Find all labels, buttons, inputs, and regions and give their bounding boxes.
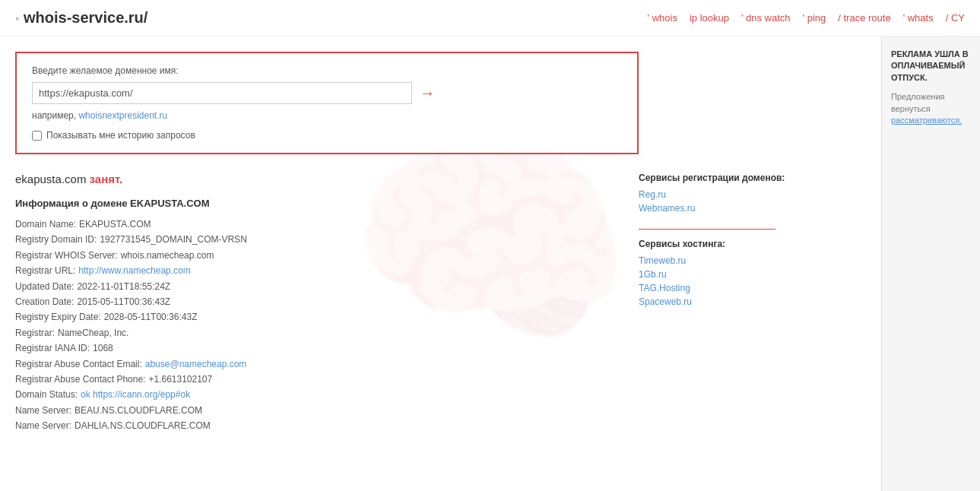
ad-panel: РЕКЛАМА УШЛА В ОПЛАЧИВАЕМЫЙ ОТПУСК. Пред… (881, 36, 980, 491)
sidebar-reg-link-0[interactable]: Reg.ru (639, 189, 806, 200)
header: ◦ whois-service.ru/ ' whois ip lookup ' … (0, 0, 980, 36)
whois-key: Registrar: (15, 325, 55, 341)
whois-row: Registrar Abuse Contact Email: abuse@nam… (15, 356, 608, 372)
nav-trace-route[interactable]: / trace route (838, 12, 890, 24)
main-content: 🧠 Введите желаемое доменное имя: → напри… (0, 36, 980, 448)
whois-row: Name Server: DAHLIA.NS.CLOUDFLARE.COM (15, 418, 608, 433)
ad-title: РЕКЛАМА УШЛА В ОПЛАЧИВАЕМЫЙ ОТПУСК. (891, 49, 971, 84)
whois-row: Updated Date: 2022-11-01T18:55:24Z (15, 279, 608, 294)
whois-value: NameCheap, Inc. (58, 325, 128, 341)
sidebar-host-link-3[interactable]: Spaceweb.ru (639, 296, 806, 307)
whois-value: DAHLIA.NS.CLOUDFLARE.COM (75, 418, 211, 433)
whois-value: BEAU.NS.CLOUDFLARE.COM (75, 403, 202, 418)
whois-row: Registrar: NameCheap, Inc. (15, 325, 608, 341)
whois-value[interactable]: abuse@namecheap.com (145, 356, 247, 372)
whois-row: Domain Name: EKAPUSTA.COM (15, 217, 608, 232)
whois-key: Name Server: (15, 403, 71, 418)
whois-key: Name Server: (15, 418, 71, 433)
whois-value: 2028-05-11T00:36:43Z (104, 309, 198, 325)
whois-key: Creation Date: (15, 294, 74, 309)
whois-info: Информация о домене EKAPUSTA.COM Domain … (15, 198, 608, 433)
domain-status: ekapusta.com занят. (15, 173, 608, 185)
logo-text: whois-service.ru/ (24, 9, 147, 27)
whois-value: 1068 (93, 341, 113, 356)
whois-row: Creation Date: 2015-05-11T00:36:43Z (15, 294, 608, 309)
whois-row: Registrar WHOIS Server: whois.namecheap.… (15, 248, 608, 263)
whois-value: +1.6613102107 (148, 372, 212, 387)
nav-whois[interactable]: ' whois (648, 12, 677, 24)
search-label: Введите желаемое доменное имя: (32, 65, 622, 76)
nav-dns-watch[interactable]: ' dns watch (741, 12, 791, 24)
whois-key: Domain Status: (15, 387, 78, 402)
nav-ip-lookup[interactable]: ip lookup (690, 12, 729, 24)
whois-row: Registrar Abuse Contact Phone: +1.661310… (15, 372, 608, 387)
history-checkbox[interactable] (32, 131, 42, 141)
whois-table: Domain Name: EKAPUSTA.COMRegistry Domain… (15, 217, 608, 433)
main-nav: ' whois ip lookup ' dns watch ' ping / t… (648, 12, 965, 24)
search-row: → (32, 82, 622, 104)
ad-link[interactable]: рассматриваются. (891, 116, 962, 125)
whois-value: whois.namecheap.com (121, 248, 214, 263)
search-input[interactable] (32, 82, 412, 104)
sidebar-reg-link-1[interactable]: Webnames.ru (639, 203, 806, 214)
whois-row: Registry Domain ID: 1927731545_DOMAIN_CO… (15, 232, 608, 247)
whois-key: Registry Expiry Date: (15, 309, 101, 325)
whois-key: Registrar Abuse Contact Phone: (15, 372, 145, 387)
search-example: например, whoisnextpresident.ru (32, 110, 622, 121)
whois-value[interactable]: http://www.namecheap.com (78, 263, 190, 278)
sidebar-hosting-title: Сервисы хостинга: (639, 239, 806, 249)
nav-whats[interactable]: ' whats (903, 12, 934, 24)
logo-icon: ◦ (15, 12, 19, 24)
whois-value: 1927731545_DOMAIN_COM-VRSN (100, 232, 246, 247)
search-submit-arrow[interactable]: → (420, 84, 435, 102)
whois-row: Domain Status: ok https://icann.org/epp#… (15, 387, 608, 402)
ad-sub-text: Предложения вернуться (891, 92, 945, 112)
whois-key: Registrar URL: (15, 263, 75, 278)
whois-key: Registry Domain ID: (15, 232, 97, 247)
whois-key: Registrar IANA ID: (15, 341, 90, 356)
result-main: ekapusta.com занят. Информация о домене … (15, 173, 608, 433)
result-domain-name: ekapusta.com (15, 173, 86, 185)
whois-row: Registry Expiry Date: 2028-05-11T00:36:4… (15, 309, 608, 325)
content-left: Введите желаемое доменное имя: → наприме… (15, 52, 852, 433)
whois-value[interactable]: ok https://icann.org/epp#ok (81, 387, 190, 402)
whois-title: Информация о домене EKAPUSTA.COM (15, 198, 608, 209)
sidebar-host-link-0[interactable]: Timeweb.ru (639, 255, 806, 266)
whois-key: Registrar Abuse Contact Email: (15, 356, 142, 372)
ad-sub: Предложения вернуться рассматриваются. (891, 91, 971, 126)
whois-value: 2022-11-01T18:55:24Z (77, 279, 170, 294)
whois-key: Domain Name: (15, 217, 76, 232)
whois-value: EKAPUSTA.COM (79, 217, 151, 232)
logo: ◦ whois-service.ru/ (15, 9, 147, 27)
sidebar-host-link-2[interactable]: TAG.Hosting (639, 283, 806, 293)
sidebar-divider (639, 229, 775, 230)
whois-row: Name Server: BEAU.NS.CLOUDFLARE.COM (15, 403, 608, 418)
example-prefix: например, (32, 110, 76, 121)
history-label: Показывать мне историю запросов (46, 130, 195, 141)
example-link[interactable]: whoisnextpresident.ru (78, 110, 167, 121)
status-taken: занят. (90, 173, 123, 185)
whois-key: Registrar WHOIS Server: (15, 248, 118, 263)
whois-key: Updated Date: (15, 279, 74, 294)
sidebar-registrar: Сервисы регистрации доменов: Reg.ru Webn… (639, 173, 806, 214)
result-sidebar: Сервисы регистрации доменов: Reg.ru Webn… (639, 173, 806, 433)
sidebar-registrar-title: Сервисы регистрации доменов: (639, 173, 806, 183)
sidebar-host-link-1[interactable]: 1Gb.ru (639, 269, 806, 280)
result-section: ekapusta.com занят. Информация о домене … (15, 173, 852, 433)
search-box: Введите желаемое доменное имя: → наприме… (15, 52, 639, 154)
whois-value: 2015-05-11T00:36:43Z (77, 294, 170, 309)
whois-row: Registrar URL: http://www.namecheap.com (15, 263, 608, 278)
whois-row: Registrar IANA ID: 1068 (15, 341, 608, 356)
search-history: Показывать мне историю запросов (32, 130, 622, 141)
sidebar-hosting: Сервисы хостинга: Timeweb.ru 1Gb.ru TAG.… (639, 239, 806, 307)
nav-cy[interactable]: / CY (946, 12, 965, 24)
nav-ping[interactable]: ' ping (803, 12, 826, 24)
